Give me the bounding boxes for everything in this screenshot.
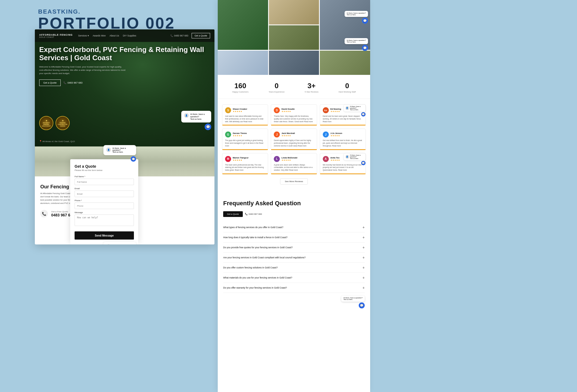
chat-avatar: 👤 [184,113,189,118]
navigation: AFFORDABLE FENCING GOLD COAST Services ▾… [35,29,214,42]
hero-quote-button[interactable]: Get a Quote [39,79,61,86]
nav-links: Services ▾ Awards Won About Us DIY Suppl… [78,34,170,37]
form-name-label: Full Name * [75,175,134,178]
form-phone-label: Phone * [75,199,134,202]
review-card-6: J J-Jo Jenson ★★★★★ Got new brilliant fr… [320,128,366,150]
reviewer-avatar-6: J [323,131,329,137]
faq-item-5[interactable]: Do you offer custom fencing solutions in… [223,263,365,273]
review-text-4: The guys did a great job building a grea… [225,139,265,147]
quote-form-overlay: 👤 Hi there, have a question? Text us her… [70,159,138,244]
faq-phone: 📞 0483 967 683 [245,213,262,215]
form-subtitle: Please fill out the form below [75,169,134,171]
review-text-5: Daniel appreciates highly of Sam and his… [274,139,314,147]
review-header-8: L Linda McDonald ★★★★★ [274,156,314,162]
faq-toggle-5: + [363,265,365,270]
reviewer-stars-1: ★★★★★ [233,110,247,113]
faq-item-4[interactable]: Are your fencing services in Gold Coast … [223,253,365,263]
form-group-email: Email [75,187,134,197]
review-chat-bubble-9: 👤 Hi there, have a question? Text us her… [344,153,366,160]
faq-title: Frequently Asked Question [223,200,365,207]
faq-chat-icon[interactable]: 💬 [359,302,365,308]
nav-services[interactable]: Services ▾ [78,34,89,37]
form-chat-avatar: 👤 [106,147,111,152]
review-chat-icon-9[interactable]: 💬 [361,161,366,165]
nav-cta-button[interactable]: Get a Quote [192,33,210,38]
faq-quote-button[interactable]: Get a Quote [223,211,243,217]
form-message-label: Message [75,211,134,214]
reviewer-name-7: Marion Tiangcur [233,157,248,159]
stat-staff: 0 Hard Working Staff [339,82,356,93]
photo-chat-icon-1[interactable]: 💬 [362,18,368,24]
nav-about[interactable]: About Us [109,34,119,37]
website-mockup: AFFORDABLE FENCING GOLD COAST Services ▾… [35,29,214,244]
nav-diy[interactable]: DIY Supplies [123,34,136,37]
stat-happy-number: 160 [232,82,248,90]
photo-cell-1 [218,0,268,50]
photo-chat-1: Hi there, have a question? Text us here.… [345,11,368,24]
faq-item-7[interactable]: Do you offer warranty for your fencing s… [223,283,365,293]
stat-staff-number: 0 [339,82,356,90]
stats-row: 160 Happy Customers 0 Years Experience 3… [218,76,370,99]
form-email-input[interactable] [75,191,134,197]
hero-location: 📍 All Areas of, the Gold Coast, QLD [39,140,75,143]
review-chat-avatar-9: 👤 [345,155,349,159]
review-grid: S Shaun Croaker ★★★★★ Just want to rave … [222,104,366,174]
review-text-2: Thanks Sam. Very happy with the timeline… [274,115,314,123]
reviewer-name-9: Anita Teo [330,157,340,159]
review-card-9: 👤 Hi there, have a question? Text us her… [320,153,366,174]
faq-question-3: Do you provide free quotes for your fenc… [223,246,293,249]
form-name-input[interactable] [75,179,134,185]
stat-stars-label: 5 Star Reviews [305,91,318,93]
faq-toggle-2: + [363,235,365,240]
hero-description: Welcome to Affordable Fencing Gold Coast… [39,65,126,75]
faq-chat-widget: Hi there, have a question? Text us here.… [341,296,365,308]
faq-question-5: Do you offer custom fencing solutions in… [223,266,278,269]
form-chat-button[interactable]: 💬 [131,156,136,162]
reviewer-stars-6: ★★★★★ [330,134,342,137]
faq-toggle-6: + [363,275,365,280]
brand-label: BEASTKING. PORTFOLIO 002 [38,8,175,31]
faq-item-1[interactable]: What types of fencing services do you of… [223,222,365,232]
faq-item-2[interactable]: How long does it typically take to insta… [223,232,365,243]
site-logo: AFFORDABLE FENCING GOLD COAST [39,33,73,38]
stat-stars-number: 3+ [305,82,318,90]
photo-grid-container: Hi there, have a question? Text us here.… [218,0,370,76]
review-chat-avatar-3: 👤 [345,106,349,110]
form-submit-button[interactable]: Send Message [75,231,134,240]
bottom-chat-bubble: 👤 Hi there, have a question? Text us her… [103,242,136,244]
hero-buttons: Get a Quote 📞 0483 967 683 [39,79,210,86]
chat-bubble-hero: 👤 Hi there, have a question? Text us her… [181,111,211,122]
faq-toggle-3: + [363,245,365,250]
photo-chat-icon-2[interactable]: 💬 [362,45,368,51]
reviewer-name-2: David Goudie [281,108,294,110]
faq-question-1: What types of fencing services do you of… [223,226,283,229]
reviewer-name-1: Shaun Croaker [233,108,247,110]
review-card-3: 👤 Hi there, have a question? Text us her… [320,104,366,126]
right-panel: Hi there, have a question? Text us here.… [218,0,370,392]
reviewer-stars-3: ★★★★★ [330,110,341,113]
chat-open-button[interactable]: 💬 [205,124,211,130]
review-text-8: A great and Jason were brilliant. Always… [274,164,314,171]
photo-chat-bubble-2: Hi there, have a question? Text us here. [345,38,368,44]
faq-item-3[interactable]: Do you provide free quotes for your fenc… [223,243,365,253]
review-text-1: Just want to rave about Affordable fenci… [225,115,265,123]
form-phone-input[interactable] [75,203,134,209]
form-message-textarea[interactable] [75,215,134,226]
faq-item-6[interactable]: What materials do you use for your fenci… [223,273,365,283]
reviewer-avatar-5: J [274,131,280,137]
faq-cta-row: Get a Quote 📞 0483 967 683 [223,211,365,217]
reviewer-avatar-4: G [225,131,231,137]
review-card-1: S Shaun Croaker ★★★★★ Just want to rave … [222,104,268,126]
review-header-7: M Marion Tiangcur ★★★★★ [225,156,265,162]
review-chat-icon-3[interactable]: 💬 [361,112,366,117]
stat-happy-customers: 160 Happy Customers [232,82,248,93]
faq-question-2: How long does it typically take to insta… [223,236,287,239]
see-more-button[interactable]: See More Reviews [280,178,308,185]
form-email-label: Email [75,187,134,190]
nav-awards[interactable]: Awards Won [93,34,106,37]
right-panel-content: Hi there, have a question? Text us here.… [218,0,370,317]
photo-cell-2 [269,0,319,24]
stat-years-number: 0 [269,82,285,90]
review-header-6: J J-Jo Jenson ★★★★★ [323,131,363,137]
reviewer-avatar-2: D [274,107,280,113]
